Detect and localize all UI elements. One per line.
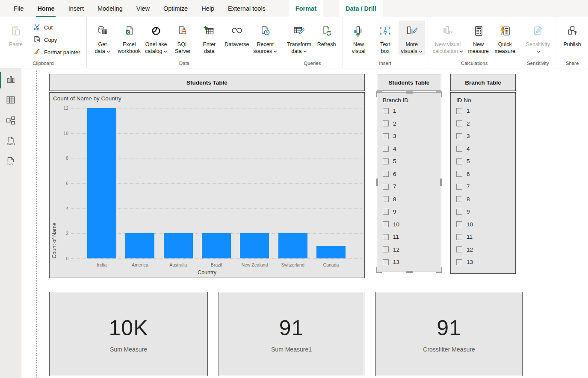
- sidebar-item-tmdl-view[interactable]: TMDL: [0, 152, 21, 173]
- checkbox[interactable]: [456, 133, 462, 139]
- bar-switzerland[interactable]: [278, 233, 307, 258]
- checkbox[interactable]: [456, 234, 462, 240]
- slicer-item-13[interactable]: 13: [383, 256, 439, 269]
- slicer-item-3[interactable]: 3: [383, 130, 439, 143]
- checkbox[interactable]: [456, 146, 462, 152]
- new-visual-button[interactable]: Newvisual: [346, 21, 372, 55]
- selection-corner-handle[interactable]: [436, 91, 442, 97]
- checkbox[interactable]: [456, 209, 462, 215]
- bar-australia[interactable]: [164, 233, 193, 258]
- cut-button[interactable]: Cut: [32, 22, 82, 33]
- slicer-item-12[interactable]: 12: [456, 243, 514, 256]
- selection-corner-handle[interactable]: [376, 91, 382, 97]
- bar-new-zealand[interactable]: [240, 233, 269, 258]
- slicer2-header[interactable]: Branch Table: [450, 74, 516, 91]
- checkbox[interactable]: [383, 158, 389, 164]
- checkbox[interactable]: [456, 196, 462, 202]
- slicer-item-1[interactable]: 1: [383, 105, 439, 117]
- selection-edge-handle[interactable]: [406, 271, 413, 273]
- slicer-item-3[interactable]: 3: [456, 130, 514, 143]
- bar-america[interactable]: [125, 233, 154, 258]
- transform-data-button[interactable]: Transformdata: [285, 21, 313, 55]
- menu-tab-optimize[interactable]: Optimize: [157, 0, 195, 17]
- selection-edge-handle[interactable]: [376, 179, 378, 186]
- menu-tab-modeling[interactable]: Modeling: [91, 0, 130, 17]
- selection-corner-handle[interactable]: [436, 267, 442, 273]
- slicer-item-4[interactable]: 4: [383, 143, 439, 155]
- slicer-item-6[interactable]: 6: [456, 168, 514, 181]
- slicer-item-2[interactable]: 2: [383, 117, 439, 130]
- slicer-item-10[interactable]: 10: [383, 218, 439, 231]
- checkbox[interactable]: [383, 120, 389, 126]
- checkbox[interactable]: [456, 246, 462, 252]
- menu-tab-view[interactable]: View: [130, 0, 157, 17]
- checkbox[interactable]: [383, 209, 389, 215]
- slicer-item-4[interactable]: 4: [456, 143, 514, 155]
- checkbox[interactable]: [456, 259, 462, 265]
- publish-button[interactable]: Publish: [559, 21, 585, 48]
- selection-edge-handle[interactable]: [406, 91, 413, 94]
- copy-button[interactable]: Copy: [32, 35, 82, 45]
- enter-data-button[interactable]: Enterdata: [196, 21, 222, 55]
- checkbox[interactable]: [456, 221, 462, 227]
- sidebar-item-table-view[interactable]: [0, 91, 21, 111]
- sql-server-button[interactable]: SQLServer: [169, 21, 196, 55]
- bar-india[interactable]: [87, 108, 116, 258]
- onelake-catalog-button[interactable]: OneLakecatalog: [143, 21, 169, 55]
- bar-canada[interactable]: [316, 246, 346, 258]
- menu-tab-format[interactable]: Format: [289, 0, 323, 17]
- checkbox[interactable]: [383, 196, 389, 202]
- checkbox[interactable]: [383, 234, 389, 240]
- slicer-item-11[interactable]: 11: [456, 231, 514, 243]
- slicer-item-9[interactable]: 9: [456, 205, 514, 218]
- card-visual-sum-measure1[interactable]: 91Sum Measure1: [219, 292, 364, 376]
- slicer-item-5[interactable]: 5: [383, 155, 439, 168]
- slicer-item-1[interactable]: 1: [456, 105, 514, 117]
- slicer-item-10[interactable]: 10: [456, 218, 514, 231]
- menu-tab-data-drill[interactable]: Data / Drill: [339, 0, 383, 17]
- menu-tab-help[interactable]: Help: [195, 0, 221, 17]
- sidebar-item-report-view[interactable]: [0, 70, 21, 91]
- new-measure-button[interactable]: Newmeasure: [465, 21, 492, 55]
- checkbox[interactable]: [456, 171, 462, 177]
- checkbox[interactable]: [456, 120, 462, 126]
- excel-workbook-button[interactable]: XExcelworkbook: [116, 21, 143, 55]
- slicer-item-8[interactable]: 8: [456, 193, 514, 206]
- menu-tab-insert[interactable]: Insert: [62, 0, 91, 17]
- checkbox[interactable]: [383, 108, 389, 114]
- checkbox[interactable]: [383, 259, 389, 265]
- id-no-slicer[interactable]: ID No 12345678910111213: [450, 92, 516, 274]
- selection-corner-handle[interactable]: [376, 267, 382, 273]
- checkbox[interactable]: [383, 146, 389, 152]
- checkbox[interactable]: [456, 108, 462, 114]
- slicer-item-12[interactable]: 12: [383, 243, 439, 256]
- slicer-item-8[interactable]: 8: [383, 193, 439, 206]
- slicer-item-5[interactable]: 5: [456, 155, 514, 168]
- more-visuals-button[interactable]: Morevisuals: [399, 21, 425, 55]
- slicer-item-9[interactable]: 9: [383, 205, 439, 218]
- checkbox[interactable]: [456, 184, 462, 190]
- refresh-button[interactable]: Refresh: [313, 21, 340, 48]
- sidebar-item-dax-view[interactable]: DAX: [0, 132, 21, 152]
- checkbox[interactable]: [456, 158, 462, 164]
- slicer-item-7[interactable]: 7: [456, 180, 514, 193]
- quick-measure-button[interactable]: Quickmeasure: [492, 21, 518, 55]
- text-box-button[interactable]: ATextbox: [372, 21, 399, 55]
- slicer-item-2[interactable]: 2: [456, 117, 514, 130]
- menu-tab-file[interactable]: File: [7, 0, 30, 17]
- bar-brazil[interactable]: [202, 233, 231, 258]
- checkbox[interactable]: [383, 246, 389, 252]
- dataverse-button[interactable]: Dataverse: [222, 21, 251, 48]
- checkbox[interactable]: [383, 133, 389, 139]
- sidebar-item-model-view[interactable]: [0, 111, 21, 132]
- checkbox[interactable]: [383, 171, 389, 177]
- slicer-item-6[interactable]: 6: [383, 168, 439, 181]
- get-data-button[interactable]: Getdata: [89, 21, 116, 55]
- menu-tab-external-tools[interactable]: External tools: [221, 0, 272, 17]
- branch-id-slicer[interactable]: Branch ID 12345678910111213: [377, 92, 441, 272]
- slicer-item-13[interactable]: 13: [456, 256, 514, 269]
- card-visual-crossfilter-measure[interactable]: 91Crossfilter Measure: [375, 292, 523, 376]
- menu-tab-home[interactable]: Home: [30, 0, 61, 17]
- slicer-item-11[interactable]: 11: [383, 231, 439, 243]
- slicer-item-7[interactable]: 7: [383, 180, 439, 193]
